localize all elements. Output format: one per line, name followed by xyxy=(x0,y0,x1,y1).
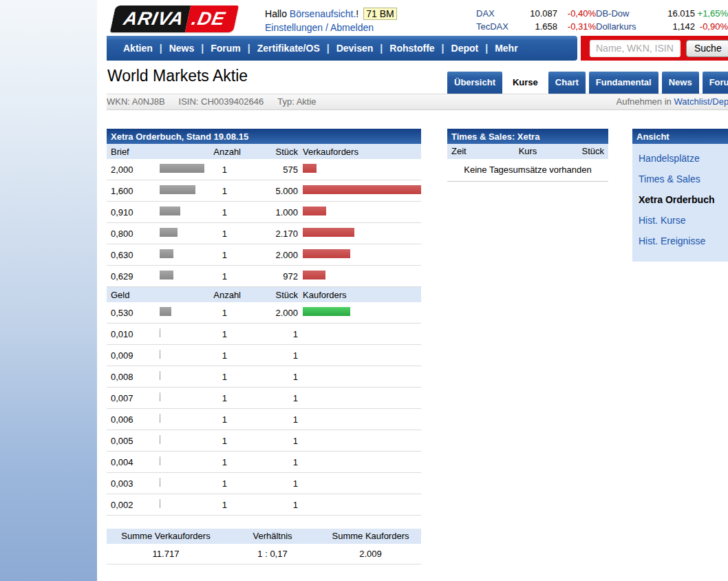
col-header-stueck: Stück xyxy=(241,147,298,157)
stueck-cell: 1 xyxy=(241,393,298,403)
search-input[interactable] xyxy=(590,40,681,57)
market-tickers: DAX10.087-0,40%DB-Dow16.015+1,65%TecDAX1… xyxy=(476,7,728,33)
tab-news[interactable]: News xyxy=(662,72,699,94)
stueck-cell: 1 xyxy=(241,329,298,339)
ticker-change: -0,90% xyxy=(695,20,728,33)
stueck-cell: 2.000 xyxy=(241,250,298,260)
price-bar xyxy=(160,249,173,258)
nav-item-zertifikate-os[interactable]: Zertifikate/OS xyxy=(257,43,320,54)
ticker-value: 1.658 xyxy=(513,20,557,33)
price-cell: 0,005 xyxy=(107,436,160,446)
anzahl-cell: 1 xyxy=(204,186,241,196)
anzahl-cell: 1 xyxy=(204,308,241,318)
watchlist-link[interactable]: Watchlist/Depot xyxy=(674,96,728,107)
anzahl-cell: 1 xyxy=(204,414,241,425)
price-bar-cell xyxy=(160,499,204,510)
price-bar-cell xyxy=(160,350,204,361)
price-bar xyxy=(160,435,160,444)
price-bar-cell xyxy=(160,164,204,175)
col-header-orders: Kauforders xyxy=(298,290,421,300)
stueck-cell: 1 xyxy=(241,414,298,425)
price-cell: 0,006 xyxy=(107,414,160,425)
sell-bar xyxy=(303,185,421,194)
tab-übersicht[interactable]: Übersicht xyxy=(447,72,502,94)
price-bar xyxy=(160,499,160,508)
order-bar-cell xyxy=(298,228,421,239)
stueck-cell: 1 xyxy=(241,372,298,382)
sell-bar xyxy=(303,207,326,215)
nav-item-mehr[interactable]: Mehr xyxy=(495,43,517,54)
price-bar xyxy=(160,414,160,423)
sidebar-item-handelsplätze[interactable]: Handelsplätze xyxy=(639,147,728,168)
price-cell: 0,003 xyxy=(107,478,160,489)
tab-forum[interactable]: Forum xyxy=(703,72,728,94)
wkn-value: WKN: A0NJ8B xyxy=(107,94,165,109)
price-bar xyxy=(160,307,171,316)
orderbook-bid-row: 0,00211 xyxy=(107,494,421,516)
nav-item-news[interactable]: News xyxy=(169,43,195,54)
orderbook-bid-row: 0,01011 xyxy=(107,324,421,345)
order-bar-cell xyxy=(298,164,421,175)
ticker-name-tecdax[interactable]: TecDAX xyxy=(476,20,513,33)
anzahl-cell: 1 xyxy=(204,393,241,403)
sidebar-item-hist-kurse[interactable]: Hist. Kurse xyxy=(639,209,728,230)
nav-item-depot[interactable]: Depot xyxy=(451,43,479,54)
user-greeting: Hallo Börsenaufsicht.!71 BM Einstellunge… xyxy=(265,6,397,34)
username-link[interactable]: Börsenaufsicht. xyxy=(290,8,356,19)
site-header: ARIVA .DE Hallo Börsenaufsicht.!71 BM Ei… xyxy=(107,0,728,36)
ariva-logo[interactable]: ARIVA .DE xyxy=(110,6,239,32)
price-bar-cell xyxy=(160,249,204,260)
sell-bar xyxy=(303,271,325,279)
instrument-tabs: ÜbersichtKurseChartFundamentalNewsForum xyxy=(444,72,728,94)
ticker-name-dax[interactable]: DAX xyxy=(476,7,513,20)
stueck-cell: 575 xyxy=(241,165,298,175)
sidebar-item-times-&-sales[interactable]: Times & Sales xyxy=(639,168,728,189)
orderbook-title: Xetra Orderbuch, Stand 19.08.15 xyxy=(107,129,421,144)
col-header-price: Brief xyxy=(107,147,160,157)
settings-logout-links[interactable]: Einstellungen / Abmelden xyxy=(265,22,374,33)
orderbook-bid-row: 0,00411 xyxy=(107,452,421,473)
ts-col-header-stück: Stück xyxy=(553,144,604,159)
page-title: World Markets Aktie xyxy=(107,67,248,85)
bid-column-headers: GeldAnzahlStückKauforders xyxy=(107,287,421,302)
nav-item-devisen[interactable]: Devisen xyxy=(336,43,374,54)
sell-bar xyxy=(303,164,317,173)
price-bar-cell xyxy=(160,271,204,282)
anzahl-cell: 1 xyxy=(204,457,241,467)
col-header-stueck: Stück xyxy=(241,290,298,300)
ariva-logo-black: ARIVA xyxy=(110,6,191,32)
anzahl-cell: 1 xyxy=(204,500,241,510)
tab-fundamental[interactable]: Fundamental xyxy=(589,72,659,94)
summary-value: 11.717 xyxy=(107,544,225,564)
ticker-name-dollarkurs[interactable]: Dollarkurs xyxy=(596,20,651,33)
anzahl-cell: 1 xyxy=(204,271,241,282)
price-bar xyxy=(160,478,160,487)
sidebar-item-xetra-orderbuch[interactable]: Xetra Orderbuch xyxy=(639,189,728,209)
col-header-anzahl: Anzahl xyxy=(204,147,241,157)
stueck-cell: 5.000 xyxy=(241,186,298,196)
order-bar-cell xyxy=(298,271,421,282)
tab-chart[interactable]: Chart xyxy=(548,72,586,94)
tab-kurse[interactable]: Kurse xyxy=(506,72,545,94)
price-bar-cell xyxy=(160,371,204,382)
nav-item-forum[interactable]: Forum xyxy=(211,43,241,54)
summary-value: 2.009 xyxy=(320,544,421,564)
price-cell: 0,910 xyxy=(107,207,160,218)
ansicht-title: Ansicht xyxy=(632,129,728,144)
message-count-badge[interactable]: 71 BM xyxy=(363,8,396,20)
nav-item-rohstoffe[interactable]: Rohstoffe xyxy=(389,43,434,54)
orderbook-ask-row: 0,6291972 xyxy=(107,266,421,287)
price-bar xyxy=(160,228,178,237)
ticker-name-db-dow[interactable]: DB-Dow xyxy=(596,7,651,20)
ticker-change: +1,65% xyxy=(695,7,728,20)
sidebar-item-hist-ereignisse[interactable]: Hist. Ereignisse xyxy=(639,230,728,251)
price-bar xyxy=(160,207,180,215)
orderbook-ask-row: 1,60015.000 xyxy=(107,180,421,202)
col-header-orders: Verkauforders xyxy=(298,147,421,157)
anzahl-cell: 1 xyxy=(204,478,241,489)
anzahl-cell: 1 xyxy=(204,250,241,260)
price-bar xyxy=(160,185,195,194)
nav-item-aktien[interactable]: Aktien xyxy=(123,43,153,54)
orderbook-panel: Xetra Orderbuch, Stand 19.08.15 BriefAnz… xyxy=(107,129,421,564)
search-button[interactable]: Suche xyxy=(686,40,728,57)
